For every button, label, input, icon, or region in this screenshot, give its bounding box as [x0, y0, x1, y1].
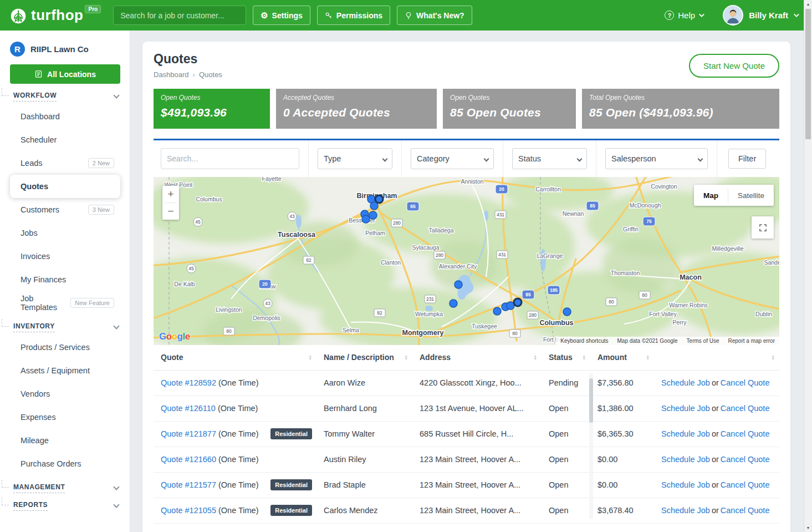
all-locations-button[interactable]: All Locations — [10, 64, 120, 84]
sidebar-item-quotes[interactable]: Quotes — [10, 175, 120, 198]
fullscreen-button[interactable] — [752, 216, 774, 239]
sidebar-item-my-finances[interactable]: My Finances — [10, 268, 120, 291]
map-marker[interactable] — [375, 195, 383, 203]
sidebar-item-vendors[interactable]: Vendors — [10, 382, 120, 406]
schedule-job-link[interactable]: Schedule Job — [661, 506, 710, 515]
scroll-down-arrow[interactable] — [804, 524, 812, 532]
salesperson-select[interactable]: Salesperson — [605, 148, 708, 169]
zoom-in-button[interactable]: + — [162, 186, 179, 202]
residential-badge: Residential — [270, 505, 312, 516]
quote-status: Open — [542, 396, 590, 421]
topbar: turfhop Pro Settings Permissions What's … — [0, 0, 812, 31]
map-marker[interactable] — [493, 307, 501, 315]
cancel-quote-link[interactable]: Cancel Quote — [721, 506, 770, 515]
map-city-label: Wetumpka — [415, 311, 443, 317]
sidebar-item-job-templates[interactable]: Job Templates New Feature — [10, 291, 120, 315]
app-logo[interactable]: turfhop Pro — [8, 5, 101, 26]
col-amount[interactable]: Amount — [597, 353, 627, 362]
cancel-quote-link[interactable]: Cancel Quote — [721, 378, 770, 387]
customer-name: Austin Riley — [316, 447, 412, 472]
map-canvas[interactable]: West PointFayetteColumbusTuscaloosaBirmi… — [154, 177, 779, 345]
sidebar-item-customers[interactable]: Customers 3 New — [10, 198, 120, 221]
sidebar-item-invoices[interactable]: Invoices — [10, 245, 120, 268]
stat-open-quotes-count[interactable]: Open Quotes 85 Open Quotes — [443, 89, 576, 129]
quote-link[interactable]: Quote #121577 — [161, 480, 216, 489]
quote-link[interactable]: Quote #126110 — [161, 404, 216, 413]
sidebar-item-mileage[interactable]: Mileage — [10, 429, 120, 452]
scrollbar-thumb[interactable] — [805, 9, 811, 139]
status-select[interactable]: Status — [512, 148, 587, 169]
stat-total-open[interactable]: Total Open Quotes 85 Open ($491,093.96) — [582, 89, 779, 129]
section-inventory[interactable]: INVENTORY — [13, 322, 119, 332]
breadcrumb-dashboard[interactable]: Dashboard — [154, 70, 189, 79]
map-marker[interactable] — [454, 281, 462, 288]
sidebar-item-expenses[interactable]: Expenses — [10, 406, 120, 429]
schedule-job-link[interactable]: Schedule Job — [661, 378, 710, 387]
cancel-quote-link[interactable]: Cancel Quote — [721, 404, 770, 413]
cancel-quote-link[interactable]: Cancel Quote — [721, 480, 770, 489]
schedule-job-link[interactable]: Schedule Job — [661, 429, 710, 438]
stat-accepted-quotes[interactable]: Accepted Quotes 0 Accepted Quotes — [276, 89, 437, 129]
sort-arrows-icon[interactable] — [646, 354, 650, 360]
sort-arrows-icon[interactable] — [309, 354, 312, 360]
settings-button[interactable]: Settings — [253, 6, 310, 25]
sidebar-item-scheduler[interactable]: Scheduler — [10, 128, 120, 151]
user-menu[interactable]: Billy Kraft — [749, 11, 788, 20]
table-scrollbar-thumb[interactable] — [589, 378, 593, 423]
map-marker[interactable] — [362, 215, 370, 223]
schedule-job-link[interactable]: Schedule Job — [661, 404, 710, 413]
quote-link[interactable]: Quote #128592 — [161, 378, 216, 387]
sidebar-item-assets-equipment[interactable]: Assets / Equipment — [10, 359, 120, 382]
report-error-link[interactable]: Report a map error — [724, 338, 779, 344]
quote-link[interactable]: Quote #121660 — [161, 455, 216, 464]
sidebar-item-purchase-orders[interactable]: Purchase Orders — [10, 452, 120, 475]
section-reports[interactable]: REPORTS — [13, 501, 119, 511]
sort-arrows-icon[interactable] — [405, 354, 408, 360]
map-marker[interactable] — [563, 308, 571, 316]
quote-link[interactable]: Quote #121877 — [161, 429, 216, 438]
sidebar-item-products-services[interactable]: Products / Services — [10, 336, 120, 359]
scroll-up-arrow[interactable] — [804, 0, 812, 8]
stat-open-quotes-amount[interactable]: Open Quotes $491,093.96 — [154, 89, 270, 129]
col-address[interactable]: Address — [420, 353, 451, 362]
sidebar-item-leads[interactable]: Leads 2 New — [10, 151, 120, 175]
col-status[interactable]: Status — [549, 353, 573, 362]
map-marker[interactable] — [369, 211, 377, 219]
section-management[interactable]: MANAGEMENT — [13, 483, 119, 493]
start-new-quote-button[interactable]: Start New Quote — [689, 54, 779, 78]
quote-link[interactable]: Quote #121055 — [161, 506, 216, 515]
terms-of-use-link[interactable]: Terms of Use — [682, 338, 724, 344]
svg-text:20: 20 — [499, 186, 504, 192]
schedule-job-link[interactable]: Schedule Job — [661, 480, 710, 489]
filter-button[interactable]: Filter — [728, 149, 766, 169]
category-select[interactable]: Category — [411, 148, 494, 169]
global-search-input[interactable] — [113, 6, 246, 25]
zoom-out-button[interactable]: − — [162, 203, 179, 220]
schedule-job-link[interactable]: Schedule Job — [661, 455, 710, 464]
map-marker[interactable] — [370, 202, 378, 210]
company-header[interactable]: R RIIPL Lawn Co — [0, 31, 130, 63]
help-menu[interactable]: Help — [665, 11, 703, 20]
sort-arrows-icon[interactable] — [583, 354, 586, 360]
map-marker[interactable] — [450, 300, 457, 307]
page-scrollbar[interactable] — [804, 0, 812, 532]
sidebar-item-dashboard[interactable]: Dashboard — [10, 105, 120, 128]
col-quote[interactable]: Quote — [161, 353, 183, 362]
sort-arrows-icon[interactable] — [772, 354, 775, 360]
map-marker[interactable] — [514, 298, 522, 306]
sort-arrows-icon[interactable] — [534, 354, 537, 360]
user-avatar[interactable] — [723, 5, 743, 26]
quotes-search-input[interactable] — [161, 148, 299, 169]
section-workflow[interactable]: WORKFLOW — [13, 92, 119, 102]
col-name[interactable]: Name / Description — [324, 353, 394, 362]
cancel-quote-link[interactable]: Cancel Quote — [721, 455, 770, 464]
type-select[interactable]: Type — [318, 148, 392, 169]
satellite-view-button[interactable]: Satellite — [728, 185, 774, 206]
sidebar-item-jobs[interactable]: Jobs — [10, 221, 120, 245]
quotes-map[interactable]: West PointFayetteColumbusTuscaloosaBirmi… — [154, 177, 779, 345]
map-view-button[interactable]: Map — [694, 185, 728, 206]
keyboard-shortcuts-link[interactable]: Keyboard shortcuts — [556, 338, 612, 344]
cancel-quote-link[interactable]: Cancel Quote — [721, 429, 770, 438]
permissions-button[interactable]: Permissions — [317, 6, 390, 25]
whats-new-button[interactable]: What's New? — [397, 6, 472, 25]
